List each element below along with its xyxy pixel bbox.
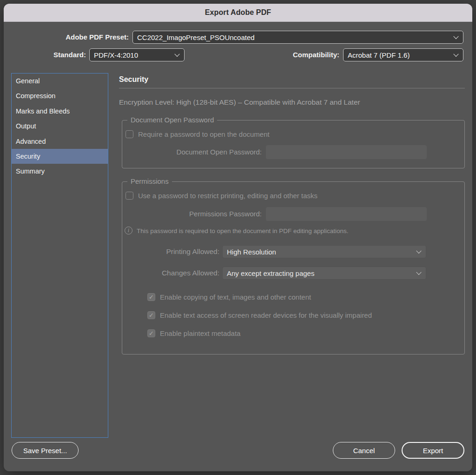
pdf-preset-value: CC2022_ImagoPreset_PSOUncoated xyxy=(137,33,255,41)
preset-label: Adobe PDF Preset: xyxy=(4,31,129,44)
changes-allowed-label: Changes Allowed: xyxy=(119,267,219,280)
enable-copying-checkbox: ✓ Enable copying of text, images and oth… xyxy=(147,293,311,301)
checkbox-icon: ✓ xyxy=(147,293,155,301)
checkbox-icon: ✓ xyxy=(126,130,133,138)
sidebar-item-output[interactable]: Output xyxy=(12,119,108,134)
chevron-down-icon xyxy=(453,34,458,39)
pdf-preset-dropdown[interactable]: CC2022_ImagoPreset_PSOUncoated xyxy=(132,31,463,44)
password-info-text: This password is required to open the do… xyxy=(137,227,349,234)
use-password-checkbox[interactable]: ✓ Use a password to restrict printing, e… xyxy=(126,192,317,200)
chevron-down-icon xyxy=(416,270,421,275)
checkbox-label: Use a password to restrict printing, edi… xyxy=(138,192,317,200)
export-button[interactable]: Export xyxy=(402,442,464,459)
standard-value: PDF/X-4:2010 xyxy=(94,51,138,59)
checkbox-label: Enable plaintext metadata xyxy=(160,329,240,337)
sidebar-item-label: Advanced xyxy=(16,138,46,145)
section-list: General Compression Marks and Bleeds Out… xyxy=(11,73,108,438)
permissions-password-field xyxy=(266,207,427,221)
export-pdf-dialog: Export Adobe PDF Adobe PDF Preset: CC202… xyxy=(4,4,472,471)
sidebar-item-label: General xyxy=(16,77,40,85)
save-preset-button[interactable]: Save Preset... xyxy=(12,442,79,459)
checkbox-label: Require a password to open the document xyxy=(138,130,270,138)
info-icon: i xyxy=(125,227,132,234)
sidebar-item-general[interactable]: General xyxy=(12,74,108,88)
sidebar-item-label: Summary xyxy=(16,167,45,175)
printing-allowed-label: Printing Allowed: xyxy=(119,245,219,258)
checkbox-icon: ✓ xyxy=(147,311,155,319)
cancel-button[interactable]: Cancel xyxy=(333,442,395,459)
chevron-down-icon xyxy=(416,248,421,254)
group-legend: Document Open Password xyxy=(127,116,217,124)
compatibility-value: Acrobat 7 (PDF 1.6) xyxy=(348,51,410,59)
chevron-down-icon xyxy=(174,52,179,57)
sidebar-item-label: Security xyxy=(16,153,40,160)
sidebar-item-summary[interactable]: Summary xyxy=(12,164,108,179)
checkbox-icon: ✓ xyxy=(126,192,133,200)
checkbox-label: Enable text access of screen reader devi… xyxy=(160,311,372,319)
chevron-down-icon xyxy=(453,52,458,57)
checkbox-label: Enable copying of text, images and other… xyxy=(160,293,311,301)
dialog-titlebar: Export Adobe PDF xyxy=(4,4,472,22)
encryption-level-note: Encryption Level: High (128-bit AES) – C… xyxy=(119,98,360,107)
permissions-password-label: Permissions Password: xyxy=(119,207,262,221)
document-open-password-label: Document Open Password: xyxy=(119,145,262,159)
sidebar-item-label: Compression xyxy=(16,92,55,100)
sidebar-item-label: Output xyxy=(16,122,36,130)
checkbox-icon: ✓ xyxy=(147,329,155,337)
changes-allowed-value: Any except extracting pages xyxy=(227,269,314,277)
sidebar-item-label: Marks and Bleeds xyxy=(16,107,70,115)
compatibility-dropdown[interactable]: Acrobat 7 (PDF 1.6) xyxy=(343,48,463,61)
enable-screen-reader-checkbox: ✓ Enable text access of screen reader de… xyxy=(147,311,372,319)
sidebar-item-security[interactable]: Security xyxy=(12,149,108,164)
enable-plaintext-metadata-checkbox: ✓ Enable plaintext metadata xyxy=(147,329,240,337)
printing-allowed-value: High Resolution xyxy=(227,248,276,256)
standard-dropdown[interactable]: PDF/X-4:2010 xyxy=(89,48,185,61)
group-legend: Permissions xyxy=(127,177,172,185)
dialog-title: Export Adobe PDF xyxy=(205,8,271,17)
printing-allowed-dropdown[interactable]: High Resolution xyxy=(222,245,426,258)
standard-label: Standard: xyxy=(4,48,86,61)
sidebar-item-marks-and-bleeds[interactable]: Marks and Bleeds xyxy=(12,104,108,119)
changes-allowed-dropdown[interactable]: Any except extracting pages xyxy=(222,267,426,280)
title-divider xyxy=(119,88,465,88)
compatibility-label: Compatibility: xyxy=(264,48,339,61)
sidebar-item-advanced[interactable]: Advanced xyxy=(12,134,108,149)
document-open-password-field xyxy=(266,145,427,159)
require-password-checkbox[interactable]: ✓ Require a password to open the documen… xyxy=(126,130,270,138)
document-open-password-group: Document Open Password xyxy=(122,120,465,168)
page-title: Security xyxy=(119,75,148,84)
sidebar-item-compression[interactable]: Compression xyxy=(12,88,108,103)
